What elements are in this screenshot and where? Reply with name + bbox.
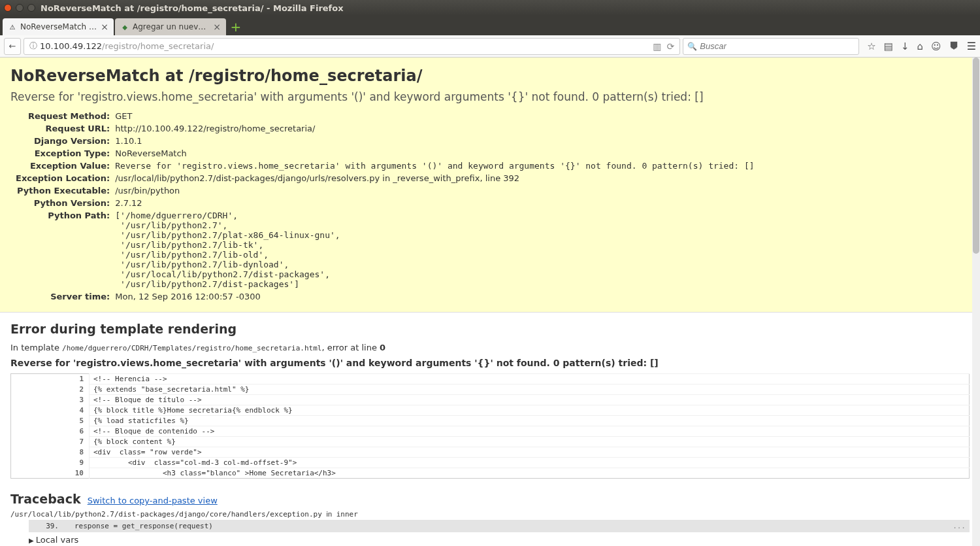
line-number: 7	[11, 437, 90, 447]
switch-view-link[interactable]: Switch to copy-and-paste view	[88, 496, 218, 505]
source-line: 1<!-- Herencia -->	[11, 374, 970, 384]
source-line: 6<!-- Bloque de contenido -->	[11, 426, 970, 437]
search-bar[interactable]: 🔍	[683, 38, 859, 55]
error-heading: NoReverseMatch at /registro/home_secreta…	[10, 67, 970, 85]
meta-value: ['/home/dguerrero/CDRH', '/usr/lib/pytho…	[115, 209, 754, 290]
line-code: <!-- Herencia -->	[90, 374, 970, 384]
meta-value: http://10.100.49.122/registro/home_secre…	[115, 122, 754, 135]
scrollbar-thumb[interactable]	[973, 58, 979, 254]
meta-value: 2.7.12	[115, 197, 754, 209]
window-title: NoReverseMatch at /registro/home_secreta…	[41, 3, 344, 13]
meta-label: Request URL:	[10, 122, 115, 135]
traceback-code-line: 39. response = get_response(request)...	[29, 520, 970, 532]
meta-label: Server time:	[10, 290, 115, 303]
template-error-section: Error during template rendering In templ…	[0, 313, 980, 485]
bookmark-star-icon[interactable]: ☆	[867, 41, 875, 52]
meta-value: 1.10.1	[115, 135, 754, 147]
tab-close-icon[interactable]: ×	[101, 22, 108, 32]
toolbar-icons: ☆ ▤ ↓ ⌂ ☺ ⛊	[862, 41, 964, 52]
traceback-frame-path: /usr/local/lib/python2.7/dist-packages/d…	[10, 510, 970, 519]
line-code: <h3 class="blanco" >Home Secretaria</h3>	[90, 468, 970, 479]
meta-label: Request Method:	[10, 110, 115, 122]
line-code: <div class= "row verde">	[90, 447, 970, 458]
meta-value: Reverse for 'registro.views.home_secreta…	[115, 160, 754, 172]
meta-label: Exception Value:	[10, 160, 115, 172]
tab-title: Agregar un nuevo m…	[133, 22, 209, 31]
url-actions: ▥ ⟳	[653, 41, 677, 52]
menu-button[interactable]: ☰	[967, 40, 976, 52]
line-number: 10	[11, 468, 90, 479]
template-reverse-error: Reverse for 'registro.views.home_secreta…	[10, 358, 970, 368]
source-table: 1<!-- Herencia -->2{% extends "base_secr…	[10, 373, 970, 479]
new-tab-button[interactable]: +	[227, 18, 244, 35]
traceback-heading: Traceback	[10, 492, 81, 506]
window-minimize-button[interactable]	[16, 4, 24, 12]
meta-label: Exception Location:	[10, 172, 115, 184]
line-number: 1	[11, 374, 90, 384]
nav-bar: ← ⓘ 10.100.49.122/registro/home_secretar…	[0, 35, 980, 58]
line-code: {% block content %}	[90, 437, 970, 447]
source-line: 8<div class= "row verde">	[11, 447, 970, 458]
tab-bar: ⚠ NoReverseMatch at /re… × ◆ Agregar un …	[0, 16, 980, 35]
window-maximize-button[interactable]	[27, 4, 35, 12]
local-vars-toggle[interactable]: ▶Local vars	[29, 535, 970, 545]
template-error-heading: Error during template rendering	[10, 322, 970, 336]
source-line: 7{% block content %}	[11, 437, 970, 447]
reader-mode-icon[interactable]: ▥	[653, 41, 661, 52]
source-line: 2{% extends "base_secretaria.html" %}	[11, 384, 970, 395]
line-number: 5	[11, 416, 90, 426]
save-pocket-icon[interactable]: ⛊	[949, 41, 959, 52]
window-buttons	[4, 4, 35, 12]
source-line: 9 <div class="col-md-3 col-md-offset-9">	[11, 458, 970, 468]
line-number: 3	[11, 395, 90, 405]
source-line: 4{% block title %}Home secretaria{% endb…	[11, 405, 970, 416]
meta-label: Python Path:	[10, 209, 115, 290]
browser-tab-active[interactable]: ⚠ NoReverseMatch at /re… ×	[3, 18, 114, 35]
line-code: {% block title %}Home secretaria{% endbl…	[90, 405, 970, 416]
window-titlebar: NoReverseMatch at /registro/home_secreta…	[0, 0, 980, 16]
line-code: <!-- Bloque de contenido -->	[90, 426, 970, 437]
tab-close-icon[interactable]: ×	[213, 22, 221, 32]
line-number: 8	[11, 447, 90, 458]
meta-value: /usr/bin/python	[115, 184, 754, 197]
line-number: 2	[11, 384, 90, 395]
home-icon[interactable]: ⌂	[917, 41, 923, 52]
meta-label: Python Version:	[10, 197, 115, 209]
meta-value: GET	[115, 110, 754, 122]
search-input[interactable]	[700, 41, 855, 51]
line-code: <!-- Bloque de título -->	[90, 395, 970, 405]
tab-title: NoReverseMatch at /re…	[20, 22, 97, 31]
line-code: <div class="col-md-3 col-md-offset-9">	[90, 458, 970, 468]
meta-value: /usr/local/lib/python2.7/dist-packages/d…	[115, 172, 754, 184]
traceback-section: Traceback Switch to copy-and-paste view …	[0, 485, 980, 546]
site-info-icon[interactable]: ⓘ	[29, 41, 37, 52]
pocket-icon[interactable]: ☺	[931, 41, 941, 52]
library-icon[interactable]: ▤	[884, 41, 893, 52]
window-close-button[interactable]	[4, 4, 12, 12]
line-number: 9	[11, 458, 90, 468]
tab-favicon: ⚠	[8, 22, 17, 31]
source-line: 3<!-- Bloque de título -->	[11, 395, 970, 405]
error-summary: NoReverseMatch at /registro/home_secreta…	[0, 58, 980, 313]
meta-value: Mon, 12 Sep 2016 12:00:57 -0300	[115, 290, 754, 303]
search-icon: 🔍	[687, 42, 697, 51]
back-button[interactable]: ←	[4, 38, 21, 55]
url-bar[interactable]: ⓘ 10.100.49.122/registro/home_secretaria…	[24, 38, 680, 55]
scrollbar-track[interactable]	[972, 58, 980, 546]
downloads-icon[interactable]: ↓	[901, 41, 909, 52]
line-number: 4	[11, 405, 90, 416]
tab-favicon: ◆	[120, 22, 129, 31]
meta-label: Python Executable:	[10, 184, 115, 197]
reload-icon[interactable]: ⟳	[667, 41, 675, 52]
meta-table: Request Method:GET Request URL:http://10…	[10, 110, 755, 303]
meta-value: NoReverseMatch	[115, 147, 754, 160]
template-info-line: In template /home/dguerrero/CDRH/Templat…	[10, 343, 970, 352]
meta-label: Django Version:	[10, 135, 115, 147]
source-line: 10 <h3 class="blanco" >Home Secretaria</…	[11, 468, 970, 479]
meta-label: Exception Type:	[10, 147, 115, 160]
line-code: {% load staticfiles %}	[90, 416, 970, 426]
error-subheading: Reverse for 'registro.views.home_secreta…	[10, 90, 970, 103]
browser-tab-inactive[interactable]: ◆ Agregar un nuevo m… ×	[115, 18, 226, 35]
line-code: {% extends "base_secretaria.html" %}	[90, 384, 970, 395]
url-text: 10.100.49.122/registro/home_secretaria/	[40, 41, 653, 51]
